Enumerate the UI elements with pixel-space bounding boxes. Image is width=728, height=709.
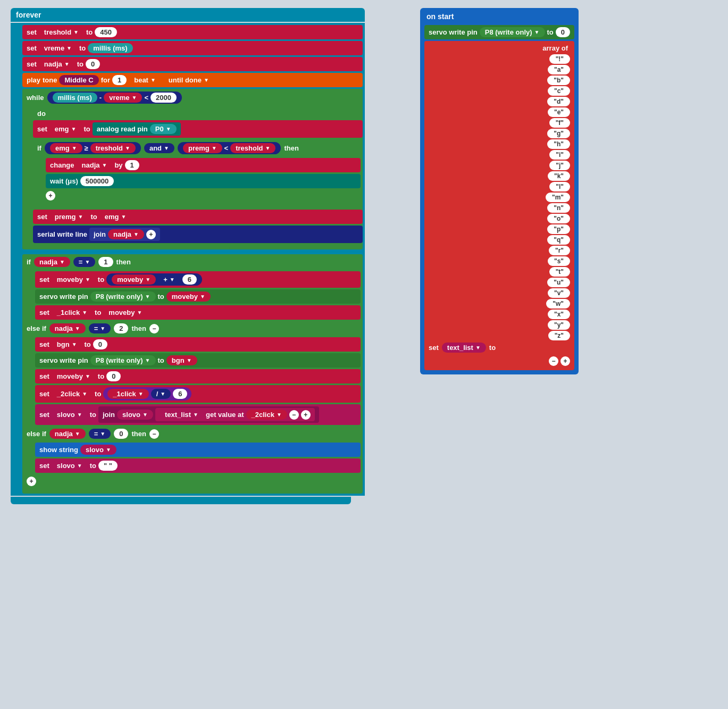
2click-calc: _1click / 6	[103, 387, 191, 401]
play-tone-block: play tone Middle C for 1 beat until done	[22, 73, 363, 87]
middle-c-oval[interactable]: Middle C	[59, 75, 98, 85]
array-add-btn[interactable]: +	[560, 356, 570, 366]
moveby-oval4[interactable]: moveby	[103, 307, 147, 318]
array-item-value: "w"	[546, 299, 570, 308]
remove-get-btn[interactable]: −	[289, 410, 299, 420]
serial-write-label: serial write line	[37, 230, 87, 238]
join-slovo-block: join slovo text_list get value at _2clic…	[98, 406, 319, 423]
play-label: play	[27, 76, 40, 84]
change-nadja-block: change nadja by 1	[46, 158, 361, 172]
text-list-block: text_list get value at _2click − +	[155, 408, 315, 421]
to-bgn-label: to	[85, 340, 91, 348]
2click-oval2[interactable]: _2click	[246, 410, 287, 420]
2click-oval[interactable]: _2click	[52, 389, 93, 399]
array-item-value: "a"	[548, 65, 570, 74]
array-item-value: "s"	[548, 256, 570, 266]
slovo-oval[interactable]: slovo	[52, 410, 88, 420]
array-item-value: "j"	[549, 161, 570, 170]
array-item: "f"	[426, 118, 572, 128]
moveby-oval2[interactable]: moveby	[112, 274, 156, 285]
eq3-dropdown[interactable]: =	[89, 429, 111, 439]
set-vreme-block: set vreme to millis (ms)	[22, 41, 363, 55]
array-item-value: "t"	[549, 267, 570, 277]
nadja-dropdown[interactable]: nadja	[39, 59, 75, 69]
nadja-oval3[interactable]: nadja	[34, 257, 70, 267]
set-text-list-label: set	[429, 344, 439, 352]
and-dropdown[interactable]: and	[144, 143, 174, 153]
moveby-oval3[interactable]: moveby	[166, 291, 211, 302]
join-add-btn[interactable]: +	[146, 230, 156, 239]
analog-read-label: analog read pin	[97, 125, 148, 133]
vreme-oval[interactable]: vreme	[104, 93, 142, 103]
beat-dropdown[interactable]: beat	[129, 75, 161, 85]
if-condition: emg ≥ treshold	[45, 142, 141, 154]
slovo-oval2[interactable]: slovo	[117, 410, 153, 420]
array-item: "m"	[426, 192, 572, 203]
emg-oval2[interactable]: emg	[50, 143, 82, 153]
moveby-oval[interactable]: moveby	[52, 274, 96, 285]
div-dropdown[interactable]: /	[151, 389, 171, 399]
p8-start-oval[interactable]: P8 (write only)	[480, 27, 545, 37]
1click-oval[interactable]: _1click	[52, 307, 93, 318]
show-string-block: show string slovo	[35, 443, 361, 457]
until-done-dropdown[interactable]: until done	[163, 75, 214, 85]
p0-dropdown[interactable]: P0	[150, 124, 177, 134]
val-450: 450	[95, 27, 117, 37]
forever-footer	[11, 497, 351, 504]
bgn-oval2[interactable]: bgn	[166, 355, 197, 365]
array-footer: − +	[426, 354, 572, 368]
on-start-panel: on start servo write pin P8 (write only)…	[420, 8, 579, 374]
p8-oval[interactable]: P8 (write only)	[90, 291, 156, 302]
to-start-label: to	[547, 28, 554, 36]
else-if-0-header: else if nadja = 0 then −	[22, 427, 363, 441]
if-body: change nadja by 1 wait (μs) 500000	[44, 157, 363, 203]
on-start-body: servo write pin P8 (write only) to 0 arr…	[422, 23, 576, 372]
slovo-oval4[interactable]: slovo	[52, 461, 88, 471]
join-label: join	[94, 230, 106, 238]
array-remove-btn[interactable]: −	[549, 356, 558, 366]
array-item: "g"	[426, 128, 572, 139]
plus-dropdown[interactable]: +	[158, 274, 180, 285]
nadja-oval4[interactable]: nadja	[49, 323, 86, 333]
set-slovo2-block: set slovo to " "	[35, 458, 361, 473]
p8-oval2[interactable]: P8 (write only)	[90, 355, 156, 365]
slovo-oval3[interactable]: slovo	[80, 445, 116, 455]
on-start-label: on start	[422, 10, 576, 23]
serial-write-block: serial write line join nadja +	[33, 226, 363, 243]
then-label: then	[284, 144, 298, 152]
array-item-value: "n"	[547, 203, 570, 213]
nadja-join-oval[interactable]: nadja	[108, 229, 144, 239]
premg-oval[interactable]: premg	[183, 143, 222, 153]
join-block: join nadja +	[89, 228, 160, 241]
set-emg-block: set emg to analog read pin P0	[33, 120, 363, 138]
nadja-oval5[interactable]: nadja	[49, 429, 86, 439]
moveby-oval5[interactable]: moveby	[52, 371, 96, 381]
show-string-label: show string	[39, 446, 78, 454]
eq-dropdown[interactable]: =	[73, 257, 96, 267]
treshold-oval[interactable]: treshold	[90, 143, 136, 153]
add-if-block-btn[interactable]: +	[46, 191, 55, 201]
treshold-dropdown[interactable]: treshold	[39, 27, 84, 37]
eq2-dropdown[interactable]: =	[89, 323, 111, 333]
treshold-oval2[interactable]: treshold	[230, 143, 275, 153]
add-else-btn[interactable]: +	[27, 477, 36, 486]
premg-oval2[interactable]: premg	[49, 212, 89, 222]
add-get-btn[interactable]: +	[301, 410, 311, 420]
array-item: "k"	[426, 171, 572, 181]
array-item: "v"	[426, 288, 572, 298]
bgn-oval[interactable]: bgn	[52, 339, 82, 349]
vreme-dropdown[interactable]: vreme	[39, 43, 77, 53]
nadja-oval2[interactable]: nadja	[77, 160, 113, 170]
emg-dropdown[interactable]: emg	[49, 124, 82, 134]
set-treshold-block: set treshold to 450	[22, 25, 363, 39]
text-list-oval2[interactable]: text_list	[442, 343, 486, 353]
emg-oval3[interactable]: emg	[99, 212, 132, 222]
val-2: 2	[114, 323, 128, 333]
while-footer	[22, 245, 230, 249]
remove-else-if2-btn[interactable]: −	[149, 429, 159, 439]
set-label: set	[27, 28, 37, 36]
text-list-oval[interactable]: text_list	[160, 410, 204, 420]
remove-else-if-btn[interactable]: −	[149, 324, 159, 333]
val-1b: 1	[98, 257, 113, 267]
1click-oval2[interactable]: _1click	[107, 389, 148, 399]
